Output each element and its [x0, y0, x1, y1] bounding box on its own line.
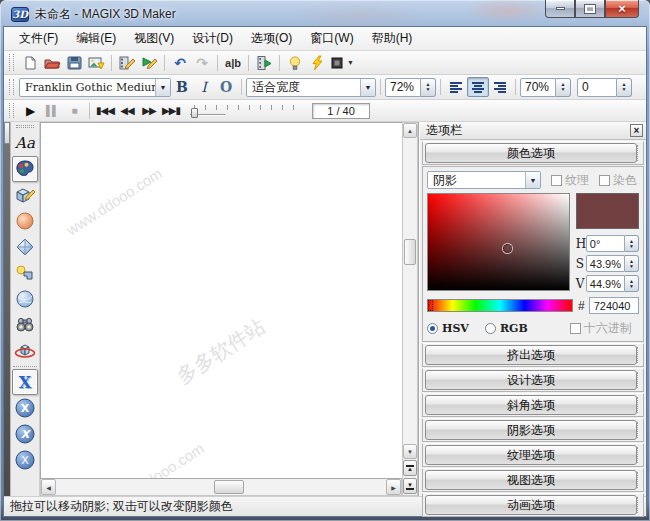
- edit-film-button[interactable]: [116, 53, 138, 73]
- tool-color[interactable]: [12, 156, 38, 182]
- scroll-down-button[interactable]: ▼: [403, 444, 417, 459]
- hex-input[interactable]: 724040: [589, 297, 639, 314]
- redo-button[interactable]: ↷: [191, 53, 213, 73]
- depth-value[interactable]: 70%: [520, 78, 556, 97]
- window-titlebar[interactable]: 3D 未命名 - MAGIX 3D Maker ×: [3, 0, 647, 26]
- tool-style-circle-italic[interactable]: X: [12, 421, 38, 447]
- menu-edit[interactable]: 编辑(E): [67, 27, 125, 50]
- tool-rotate-animation[interactable]: [12, 338, 38, 364]
- hue-slider[interactable]: [427, 299, 573, 312]
- depth-spin-buttons[interactable]: ▲▼: [556, 78, 571, 97]
- toolbar-grip[interactable]: [9, 79, 14, 96]
- rewind-button[interactable]: ◀◀: [116, 101, 138, 121]
- horizontal-scrollbar[interactable]: ◀ ▶: [40, 479, 402, 496]
- close-button[interactable]: ×: [605, 0, 639, 18]
- lighting-button[interactable]: [284, 53, 306, 73]
- shadow-options-button[interactable]: 阴影选项: [425, 420, 637, 440]
- tool-style-circle[interactable]: X: [12, 395, 38, 421]
- fit-mode-select[interactable]: 适合宽度 ▼: [246, 78, 376, 97]
- hue-slider-marker[interactable]: [428, 300, 433, 311]
- saturation-spin-buttons[interactable]: ▲▼: [625, 255, 639, 272]
- vertical-scroll-thumb[interactable]: [404, 239, 416, 265]
- page-down-button[interactable]: ▼: [403, 478, 417, 494]
- spacing-spin-buttons[interactable]: ▲▼: [617, 78, 632, 97]
- scroll-up-button[interactable]: ▲: [403, 123, 417, 138]
- chevron-down-icon[interactable]: ▼: [155, 79, 170, 96]
- sidebar-scrollbar[interactable]: [4, 122, 11, 496]
- fast-forward-button[interactable]: ▶▶: [138, 101, 160, 121]
- rename-text-button[interactable]: a|b: [222, 53, 244, 73]
- bevel-options-button[interactable]: 斜角选项: [425, 395, 637, 415]
- tool-text[interactable]: Aa: [12, 130, 38, 156]
- value-spin-buttons[interactable]: ▲▼: [625, 275, 639, 292]
- zoom-value[interactable]: 72%: [385, 78, 421, 97]
- menu-view[interactable]: 视图(V): [125, 27, 183, 50]
- chevron-down-icon[interactable]: ▼: [360, 79, 375, 96]
- tool-extrude[interactable]: [12, 182, 38, 208]
- rgb-radio[interactable]: [485, 323, 496, 334]
- horizontal-scroll-thumb[interactable]: [214, 480, 244, 494]
- hue-input[interactable]: 0°: [586, 235, 625, 252]
- design-options-button[interactable]: 设计选项: [425, 370, 637, 390]
- zoom-spin-buttons[interactable]: ▲▼: [421, 78, 436, 97]
- scroll-right-button[interactable]: ▶: [386, 479, 401, 495]
- hsv-radio[interactable]: [427, 323, 438, 334]
- saturation-value-picker[interactable]: [427, 193, 570, 291]
- open-file-button[interactable]: [41, 53, 63, 73]
- export-image-button[interactable]: [85, 53, 107, 73]
- italic-button[interactable]: I: [193, 77, 215, 97]
- view-options-button[interactable]: 视图选项: [425, 470, 637, 490]
- vertical-scrollbar[interactable]: ▲ ▼ ▲ ▼: [402, 122, 418, 496]
- tool-bevel[interactable]: [12, 234, 38, 260]
- tool-sphere[interactable]: [12, 208, 38, 234]
- skip-end-button[interactable]: ▶▶▮: [160, 101, 182, 121]
- chevron-down-icon[interactable]: ▼: [525, 172, 540, 188]
- align-left-button[interactable]: [445, 77, 467, 97]
- menu-options[interactable]: 选项(O): [242, 27, 301, 50]
- minimize-button[interactable]: [545, 0, 575, 18]
- tool-light-effect[interactable]: [12, 260, 38, 286]
- edit-flag-button[interactable]: [138, 53, 160, 73]
- sidebar-grip[interactable]: [16, 125, 34, 128]
- toolbar-grip[interactable]: [9, 54, 14, 70]
- menu-file[interactable]: 文件(F): [10, 27, 67, 50]
- color-options-button[interactable]: 颜色选项: [425, 143, 637, 163]
- font-select[interactable]: Franklin Gothic Medium ▼: [19, 78, 171, 97]
- play-button[interactable]: ▶: [19, 101, 41, 121]
- outline-button[interactable]: O: [215, 77, 237, 97]
- panel-close-button[interactable]: ×: [630, 124, 643, 137]
- toolbar-grip[interactable]: [9, 103, 14, 118]
- saturation-input[interactable]: 43.9%: [586, 255, 625, 272]
- bold-button[interactable]: B: [171, 77, 193, 97]
- slider-thumb[interactable]: [191, 108, 198, 118]
- menu-help[interactable]: 帮助(H): [363, 27, 422, 50]
- render-animation-button[interactable]: [253, 53, 275, 73]
- align-right-button[interactable]: [489, 77, 511, 97]
- new-document-button[interactable]: [19, 53, 41, 73]
- texture-options-button[interactable]: 纹理选项: [425, 445, 637, 465]
- maximize-button[interactable]: [575, 0, 605, 18]
- value-input[interactable]: 44.9%: [586, 275, 625, 292]
- scroll-left-button[interactable]: ◀: [41, 479, 56, 495]
- shadow-mode-button[interactable]: ▼: [328, 53, 355, 73]
- align-center-button[interactable]: [467, 77, 489, 97]
- animation-options-button[interactable]: 动画选项: [425, 495, 637, 515]
- design-canvas[interactable]: www.ddooo.com 多多软件站 www.ddooo.com: [40, 122, 402, 479]
- sidebar-scroll-thumb[interactable]: [4, 122, 10, 144]
- hue-spin-buttons[interactable]: ▲▼: [625, 235, 639, 252]
- tool-style-circle-thin[interactable]: X: [12, 447, 38, 473]
- page-up-button[interactable]: ▲: [403, 460, 417, 476]
- skip-start-button[interactable]: ▮◀◀: [94, 101, 116, 121]
- sv-picker-marker[interactable]: [503, 244, 512, 253]
- menu-window[interactable]: 窗口(W): [301, 27, 362, 50]
- color-target-select[interactable]: 阴影 ▼: [427, 171, 541, 189]
- spacing-value[interactable]: 0: [577, 78, 617, 97]
- flash-effect-button[interactable]: [306, 53, 328, 73]
- menu-design[interactable]: 设计(D): [183, 27, 242, 50]
- tool-search-view[interactable]: [12, 312, 38, 338]
- tool-style-normal[interactable]: X: [12, 369, 38, 395]
- frame-slider[interactable]: [188, 104, 306, 118]
- undo-button[interactable]: ↶: [169, 53, 191, 73]
- extrude-options-button[interactable]: 挤出选项: [425, 345, 637, 365]
- tool-texture-sphere[interactable]: [12, 286, 38, 312]
